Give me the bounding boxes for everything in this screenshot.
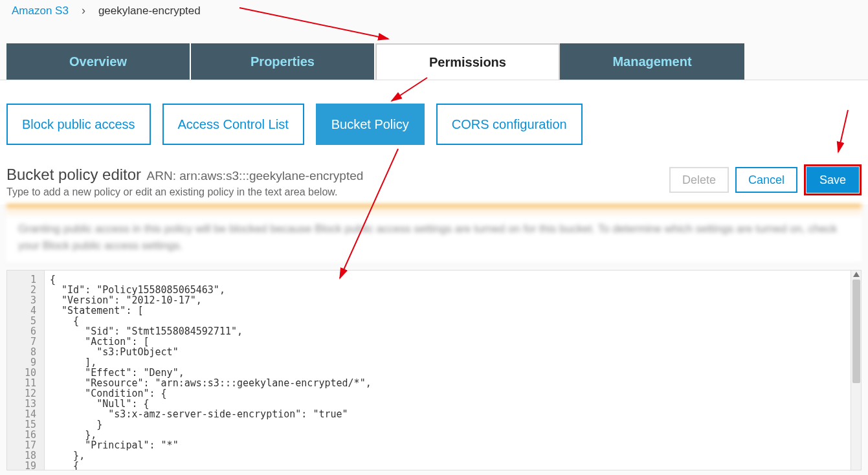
scrollbar-thumb[interactable] <box>852 280 860 383</box>
editor-code-area[interactable]: { "Id": "Policy1558085065463", "Version"… <box>45 271 851 470</box>
tab-management[interactable]: Management <box>560 43 744 80</box>
permissions-panel: Block public access Access Control List … <box>0 80 868 204</box>
cancel-button[interactable]: Cancel <box>735 167 797 193</box>
main-tabs: Overview Properties Permissions Manageme… <box>0 43 868 80</box>
policy-editor-header: Bucket policy editor ARN: arn:aws:s3:::g… <box>6 164 862 204</box>
public-access-warning: Granting public access in this policy wi… <box>6 204 862 263</box>
permissions-subtabs: Block public access Access Control List … <box>6 104 862 145</box>
policy-editor-arn: ARN: arn:aws:s3:::geekylane-encrypted <box>147 169 364 182</box>
subtab-bucket-policy[interactable]: Bucket Policy <box>316 104 425 145</box>
save-button-highlight: Save <box>804 164 862 195</box>
tab-properties[interactable]: Properties <box>191 43 375 80</box>
subtab-block-public-access[interactable]: Block public access <box>6 104 151 145</box>
breadcrumb: Amazon S3 › geekylane-encrypted <box>0 0 868 24</box>
tab-overview[interactable]: Overview <box>6 43 191 80</box>
tab-permissions[interactable]: Permissions <box>375 43 560 80</box>
breadcrumb-service-link[interactable]: Amazon S3 <box>12 5 69 17</box>
policy-editor-actions: Delete Cancel Save <box>669 164 862 198</box>
bucket-policy-editor[interactable]: 1 2 3 4 5 6 7 8 9 10 11 12 13 14 15 16 1… <box>6 270 862 470</box>
breadcrumb-bucket: geekylane-encrypted <box>98 5 201 17</box>
scroll-up-icon[interactable] <box>853 272 860 277</box>
subtab-cors-configuration[interactable]: CORS configuration <box>436 104 583 145</box>
save-button[interactable]: Save <box>807 167 859 193</box>
editor-line-gutter: 1 2 3 4 5 6 7 8 9 10 11 12 13 14 15 16 1… <box>7 271 45 470</box>
delete-button[interactable]: Delete <box>669 167 729 193</box>
subtab-access-control-list[interactable]: Access Control List <box>162 104 304 145</box>
chevron-right-icon: › <box>82 4 85 17</box>
policy-editor-title: Bucket policy editor <box>6 166 141 183</box>
policy-editor-subtitle: Type to add a new policy or edit an exis… <box>6 186 363 198</box>
editor-scrollbar[interactable] <box>851 271 861 470</box>
